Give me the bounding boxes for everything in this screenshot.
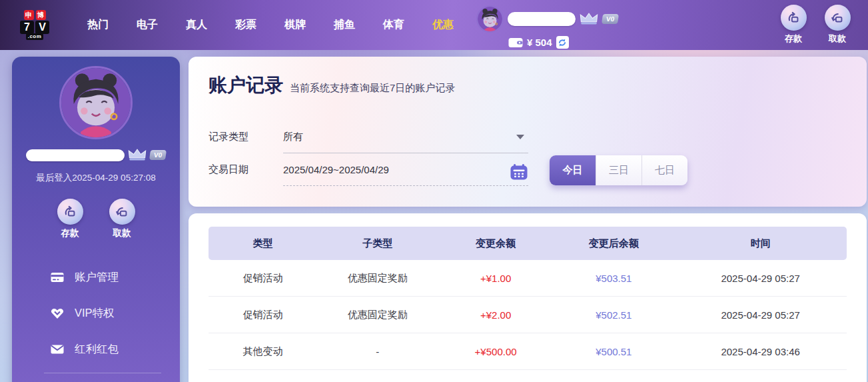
- sidebar-item-vip-privileges[interactable]: VIP特权: [51, 295, 180, 331]
- cell-subtype: 优惠固定奖励: [317, 272, 438, 285]
- header-type: 类型: [209, 237, 317, 250]
- sidebar-avatar[interactable]: [59, 66, 133, 139]
- topbar-actions: 存款 取款: [776, 5, 855, 45]
- sidebar-deposit-button[interactable]: 存款: [53, 199, 87, 239]
- top-navbar: 申 博 7 V .com 热门 电子 真人 彩票 棋牌 捕鱼 体育 优惠: [0, 0, 868, 50]
- sidebar-avatar-image: [61, 68, 131, 137]
- deposit-icon: [781, 5, 807, 31]
- filter-rows: 记录类型 所有 交易日期 2025/04/29~2025/04/29: [209, 121, 528, 186]
- date-quick-range-group: 今日 三日 七日: [550, 155, 687, 185]
- main-content: 账户记录 当前系统支持查询最近7日的账户记录 记录类型 所有 交易日期 2025…: [189, 57, 867, 382]
- sidebar-divider: [44, 373, 161, 373]
- avatar[interactable]: [476, 5, 504, 33]
- site-logo[interactable]: 申 博 7 V .com: [13, 10, 56, 40]
- nav-item-lottery[interactable]: 彩票: [221, 11, 270, 39]
- sidebar-withdraw-icon: [109, 199, 135, 225]
- cell-change: +¥1.00: [438, 273, 553, 284]
- cell-subtype: 优惠固定奖励: [317, 309, 438, 321]
- sidebar-item-label: VIP特权: [75, 306, 115, 321]
- cell-balance-after: ¥502.51: [553, 309, 674, 321]
- sidebar-item-bonus-redpacket[interactable]: 红利红包: [51, 331, 180, 367]
- refresh-balance-button[interactable]: [556, 36, 569, 49]
- range-button-7days[interactable]: 七日: [642, 155, 687, 185]
- header-subtype: 子类型: [317, 237, 438, 250]
- crown-icon: [580, 13, 598, 25]
- vip-level-badge: V0: [602, 14, 619, 24]
- cell-time: 2025-04-29 05:27: [674, 309, 847, 321]
- header-time: 时间: [674, 237, 847, 250]
- logo-char-7: 7: [20, 21, 34, 34]
- table-row: 其他变动 - +¥500.00 ¥500.51 2025-04-29 03:46: [209, 333, 847, 370]
- sidebar: V0 最后登入2025-04-29 05:27:08 存款: [12, 57, 180, 382]
- sidebar-item-my-wallet[interactable]: 我的钱包: [51, 379, 180, 382]
- header-balance-after: 变更后余额: [553, 237, 674, 250]
- sidebar-item-account-management[interactable]: 账户管理: [51, 259, 180, 295]
- logo-7v: 7 V: [20, 21, 49, 34]
- account-records-panel: 账户记录 当前系统支持查询最近7日的账户记录 记录类型 所有 交易日期 2025…: [189, 57, 867, 207]
- nav-item-slots[interactable]: 电子: [123, 11, 172, 39]
- sidebar-withdraw-label: 取款: [113, 227, 131, 239]
- sidebar-crown-icon: [128, 149, 147, 161]
- table-row: 促销活动 优惠固定奖励 +¥1.00 ¥503.51 2025-04-29 05…: [209, 260, 847, 297]
- cell-type: 促销活动: [209, 309, 317, 321]
- withdraw-label: 取款: [829, 33, 846, 45]
- nav-item-board-games[interactable]: 棋牌: [270, 11, 320, 39]
- username-redacted: [508, 12, 576, 26]
- page-background: V0 最后登入2025-04-29 05:27:08 存款: [0, 50, 868, 382]
- cell-balance-after: ¥500.51: [553, 346, 674, 357]
- logo-badges: 申 博: [24, 10, 46, 20]
- cell-change: +¥500.00: [438, 346, 553, 357]
- withdraw-button-top[interactable]: 取款: [820, 5, 855, 45]
- record-type-select[interactable]: 所有: [283, 121, 528, 153]
- cell-balance-after: ¥503.51: [553, 273, 674, 284]
- envelope-icon: [51, 343, 64, 355]
- sidebar-vip-badge: V0: [149, 150, 167, 160]
- cell-time: 2025-04-29 03:46: [674, 346, 847, 357]
- range-button-today[interactable]: 今日: [550, 155, 596, 185]
- deposit-label: 存款: [785, 33, 802, 45]
- cell-type: 其他变动: [209, 345, 317, 358]
- sidebar-withdraw-button[interactable]: 取款: [105, 199, 139, 239]
- sidebar-username-redacted: [26, 149, 125, 161]
- range-button-3days[interactable]: 三日: [596, 155, 642, 185]
- logo-badge-shen: 申: [24, 10, 34, 20]
- table-header-row: 类型 子类型 变更余额 变更后余额 时间: [209, 227, 847, 260]
- logo-char-v: V: [35, 21, 49, 34]
- date-range-input[interactable]: 2025/04/29~2025/04/29: [283, 153, 528, 186]
- refresh-icon: [558, 38, 567, 47]
- cell-type: 促销活动: [209, 272, 317, 285]
- balance-amount: ¥ 504: [527, 37, 552, 48]
- withdraw-icon: [825, 5, 851, 31]
- nav-item-sports[interactable]: 体育: [369, 11, 418, 39]
- nav-item-live[interactable]: 真人: [172, 11, 221, 39]
- last-login-text: 最后登入2025-04-29 05:27:08: [12, 172, 180, 184]
- cell-time: 2025-04-29 05:27: [674, 273, 847, 284]
- header-change: 变更余额: [438, 237, 553, 250]
- deposit-button-top[interactable]: 存款: [776, 5, 811, 45]
- avatar-image: [478, 7, 502, 31]
- date-range-label: 交易日期: [209, 163, 283, 176]
- calendar-button[interactable]: [510, 163, 528, 181]
- chevron-down-icon: [516, 135, 524, 139]
- date-range-value: 2025/04/29~2025/04/29: [283, 164, 389, 175]
- sidebar-actions: 存款 取款: [12, 199, 180, 239]
- cell-change: +¥2.00: [438, 309, 553, 321]
- record-type-value: 所有: [283, 131, 303, 143]
- nav-item-fishing[interactable]: 捕鱼: [320, 11, 369, 39]
- sidebar-item-label: 账户管理: [75, 270, 119, 285]
- records-table: 类型 子类型 变更余额 变更后余额 时间 促销活动 优惠固定奖励 +¥1.00 …: [209, 227, 847, 370]
- sidebar-menu: 账户管理 VIP特权 红利红包: [12, 259, 180, 382]
- logo-com-suffix: .com: [26, 33, 44, 40]
- user-cluster: V0 ¥ 504: [476, 5, 636, 49]
- vip-shield-icon: [51, 307, 64, 319]
- records-table-panel: 类型 子类型 变更余额 变更后余额 时间 促销活动 优惠固定奖励 +¥1.00 …: [189, 213, 867, 382]
- record-type-row: 记录类型 所有: [209, 121, 528, 153]
- page-title: 账户记录: [209, 73, 283, 98]
- page-subtitle: 当前系统支持查询最近7日的账户记录: [290, 82, 455, 95]
- nav-item-promotions[interactable]: 优惠: [418, 11, 468, 39]
- sidebar-deposit-label: 存款: [61, 227, 79, 239]
- sidebar-deposit-icon: [57, 199, 83, 225]
- date-range-row: 交易日期 2025/04/29~2025/04/29: [209, 153, 528, 186]
- nav-item-hot[interactable]: 热门: [73, 11, 123, 39]
- logo-badge-bo: 博: [36, 10, 46, 20]
